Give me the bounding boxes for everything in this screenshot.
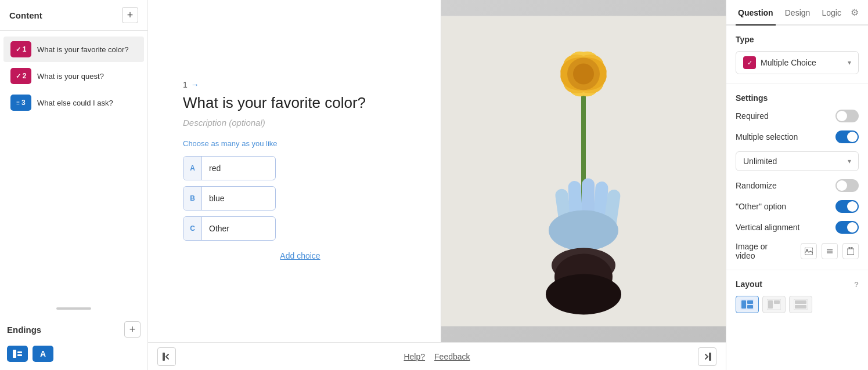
unlimited-text: Unlimited	[743, 157, 777, 166]
vertical-alignment-row: Vertical alignment	[736, 221, 859, 234]
sidebar-endings-add-button[interactable]: +	[124, 321, 141, 338]
ending-icon-a: A	[33, 346, 53, 362]
required-label: Required	[736, 111, 769, 121]
type-select-dropdown[interactable]: ✓ Multiple Choice ▾	[736, 51, 859, 74]
other-option-label: "Other" option	[736, 202, 786, 211]
image-add-button[interactable]	[801, 243, 817, 259]
type-select-text: Multiple Choice	[761, 58, 843, 67]
svg-rect-39	[768, 300, 773, 309]
choice-text-a: red	[202, 164, 228, 173]
feedback-button[interactable]: Feedback	[434, 352, 470, 361]
sidebar-endings-header: Endings +	[7, 321, 141, 338]
type-section-title: Type	[736, 35, 859, 44]
question-description: Description (optional)	[183, 118, 417, 128]
layout-option-3[interactable]	[789, 296, 812, 313]
svg-rect-35	[741, 300, 746, 309]
svg-rect-37	[747, 305, 753, 309]
settings-section: Settings Required Multiple selection Unl…	[726, 84, 868, 270]
sidebar-add-button[interactable]: +	[122, 7, 138, 23]
choice-option-a[interactable]: A red	[183, 156, 276, 180]
sidebar: Content + ✓ 1 What is your favorite colo…	[0, 0, 148, 370]
other-option-row: "Other" option	[736, 200, 859, 213]
randomize-label: Randomize	[736, 181, 777, 190]
svg-rect-24	[709, 353, 711, 361]
svg-rect-0	[13, 350, 16, 358]
bottom-right	[698, 347, 716, 366]
svg-rect-42	[795, 300, 806, 304]
image-video-label: Image or video	[736, 242, 768, 260]
randomize-row: Randomize	[736, 179, 859, 192]
question-arrow-icon: →	[191, 80, 199, 89]
sidebar-item-text-3: What else could I ask?	[37, 99, 113, 107]
canvas-area: 1 → What is your favorite color? Descrip…	[148, 0, 726, 342]
sidebar-endings: Endings + A	[0, 317, 147, 370]
other-option-toggle[interactable]	[835, 200, 859, 213]
required-toggle[interactable]	[835, 110, 859, 122]
unlimited-dropdown[interactable]: Unlimited ▾	[736, 151, 859, 171]
layout-title-text: Layout	[736, 280, 762, 289]
image-delete-button[interactable]	[842, 243, 859, 259]
add-choice-button[interactable]: Add choice	[183, 249, 417, 263]
vertical-alignment-toggle[interactable]	[835, 221, 859, 234]
image-settings-button[interactable]	[822, 243, 838, 259]
layout-title: Layout ?	[736, 280, 859, 289]
vertical-alignment-label: Vertical alignment	[736, 223, 800, 232]
ending-icon-bars	[7, 346, 28, 362]
sidebar-item-badge-1: ✓ 1	[10, 41, 31, 57]
layout-help-icon: ?	[854, 280, 859, 289]
choice-text-b: blue	[202, 194, 231, 203]
collapse-left-button[interactable]	[157, 347, 176, 366]
choice-option-b[interactable]: B blue	[183, 186, 276, 211]
multiple-selection-row: Multiple selection	[736, 130, 859, 143]
choice-option-c[interactable]: C Other	[183, 216, 276, 241]
sidebar-title: Content	[9, 10, 42, 20]
svg-rect-2	[17, 354, 22, 356]
tab-logic[interactable]: Logic	[819, 0, 843, 26]
collapse-right-button[interactable]	[698, 347, 716, 366]
layout-options	[736, 296, 859, 313]
choice-letter-a: A	[183, 157, 202, 180]
unlimited-arrow-icon: ▾	[848, 157, 851, 165]
choice-text-c: Other	[202, 224, 236, 233]
question-number: 1 →	[183, 80, 417, 89]
sidebar-item[interactable]: ✓ 1 What is your favorite color?	[3, 37, 144, 62]
question-panel: 1 → What is your favorite color? Descrip…	[148, 0, 441, 342]
svg-rect-43	[795, 305, 806, 309]
main-area: 1 → What is your favorite color? Descrip…	[148, 0, 726, 370]
sidebar-endings-item[interactable]: A	[7, 342, 141, 365]
svg-rect-23	[163, 353, 165, 361]
randomize-toggle[interactable]	[835, 179, 859, 192]
sidebar-item-text-1: What is your favorite color?	[37, 45, 129, 54]
type-section: Type ✓ Multiple Choice ▾	[726, 26, 868, 84]
sidebar-item-badge-2: ✓ 2	[10, 68, 31, 84]
question-num-text: 1	[183, 80, 188, 89]
sidebar-divider	[56, 307, 91, 310]
image-panel	[441, 0, 726, 342]
svg-rect-36	[747, 300, 753, 304]
settings-gear-button[interactable]: ⚙	[851, 7, 859, 18]
right-panel: Question Design Logic ⚙ Type ✓ Multiple …	[726, 0, 868, 370]
sidebar-header: Content +	[0, 0, 147, 31]
sidebar-endings-title: Endings	[7, 325, 41, 335]
sidebar-item-text-2: What is your quest?	[37, 72, 104, 81]
layout-option-1[interactable]	[736, 296, 759, 313]
svg-rect-30	[847, 249, 854, 255]
svg-point-12	[573, 64, 594, 85]
sidebar-item[interactable]: ≡ 3 What else could I ask?	[3, 90, 144, 115]
multiple-selection-toggle[interactable]	[835, 130, 859, 143]
svg-point-22	[546, 274, 621, 315]
multiple-choice-icon: ✓	[743, 56, 756, 69]
layout-option-2[interactable]	[762, 296, 786, 313]
layout-section: Layout ?	[726, 270, 868, 322]
multiple-selection-label: Multiple selection	[736, 132, 798, 142]
bottom-bar: Help? Feedback	[148, 342, 726, 370]
help-button[interactable]: Help?	[404, 352, 425, 361]
question-title: What is your favorite color?	[183, 94, 417, 112]
sidebar-item[interactable]: ✓ 2 What is your quest?	[3, 63, 144, 89]
image-video-row: Image or video	[736, 242, 859, 260]
tab-design[interactable]: Design	[783, 0, 813, 26]
tab-question[interactable]: Question	[736, 0, 776, 26]
bottom-left	[157, 347, 176, 366]
choose-label: Choose as many as you like	[183, 139, 417, 148]
image-video-buttons	[801, 243, 859, 259]
